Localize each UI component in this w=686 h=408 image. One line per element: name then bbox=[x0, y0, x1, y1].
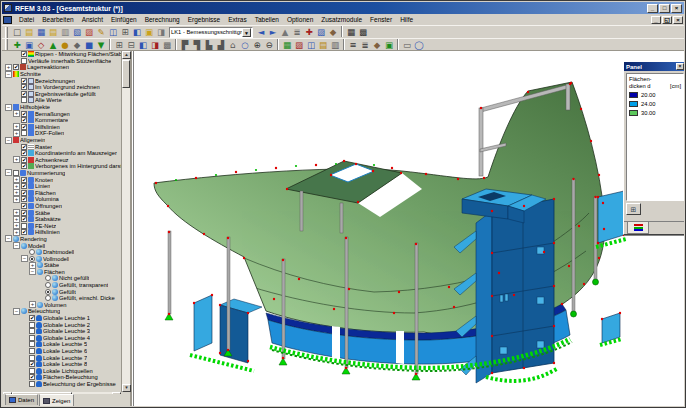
checkbox[interactable] bbox=[21, 97, 27, 103]
toolbar-button[interactable]: ◯ bbox=[413, 39, 425, 51]
tree-item[interactable]: +✔Achsenkreuz bbox=[3, 157, 121, 164]
collapse-icon[interactable]: − bbox=[29, 268, 36, 275]
tree-item[interactable]: ✔Bezeichnungen bbox=[3, 77, 121, 84]
toolbar-button[interactable]: ⊞ bbox=[113, 39, 125, 51]
tree-item[interactable]: ✔Globale Leuchte 1 bbox=[3, 315, 121, 322]
toolbar-button[interactable]: ⊟ bbox=[125, 39, 137, 51]
toolbar-button[interactable]: ▲ bbox=[47, 39, 59, 51]
tree-item[interactable]: Gefüllt bbox=[3, 288, 121, 295]
tree-item[interactable]: ✔Ergebnisverläufe gefüllt bbox=[3, 91, 121, 98]
checkbox[interactable]: ✔ bbox=[13, 64, 19, 70]
toolbar-button[interactable]: ⊖ bbox=[263, 39, 275, 51]
toolbar-button[interactable]: ▥ bbox=[59, 26, 71, 38]
tree-item[interactable]: +✔Volumina bbox=[3, 196, 121, 203]
checkbox[interactable] bbox=[29, 355, 35, 361]
checkbox[interactable] bbox=[29, 381, 35, 387]
checkbox[interactable]: ✔ bbox=[21, 177, 27, 183]
toolbar-button[interactable]: ◄ bbox=[255, 26, 267, 38]
mdi-restore-button[interactable]: ◱ bbox=[662, 16, 672, 24]
checkbox[interactable] bbox=[13, 170, 19, 176]
expand-icon[interactable]: + bbox=[13, 110, 20, 117]
expand-icon[interactable]: + bbox=[13, 229, 20, 236]
tree-vertical-scrollbar[interactable]: ▲ ▼ bbox=[121, 51, 130, 392]
toolbar-button[interactable]: ≣ bbox=[291, 26, 303, 38]
checkbox[interactable]: ✔ bbox=[21, 183, 27, 189]
toolbar-button[interactable]: ▣ bbox=[383, 39, 395, 51]
tree-item[interactable]: ✔Kommentare bbox=[3, 117, 121, 124]
checkbox[interactable]: ✔ bbox=[21, 163, 27, 169]
checkbox[interactable] bbox=[29, 322, 35, 328]
tree-item[interactable]: +DXF-Folien bbox=[3, 130, 121, 137]
toolbar-button[interactable]: □ bbox=[11, 26, 23, 38]
tree-item[interactable]: ✔Rippen - Mitwirkung Flächen/Stab bbox=[3, 51, 121, 58]
toolbar-button[interactable]: ▤ bbox=[23, 26, 35, 38]
checkbox[interactable]: ✔ bbox=[29, 315, 35, 321]
tree-item[interactable]: +✔Stäbe bbox=[3, 209, 121, 216]
checkbox[interactable] bbox=[29, 368, 35, 374]
toolbar-button[interactable]: ▼ bbox=[95, 39, 107, 51]
toolbar-button[interactable]: ● bbox=[59, 39, 71, 51]
toolbar-button[interactable]: ▙ bbox=[203, 39, 215, 51]
panel-tab-colors[interactable] bbox=[627, 222, 649, 234]
tree-item[interactable]: ✔Koordinateninfo am Mauszeiger bbox=[3, 150, 121, 157]
toolbar-button[interactable]: ◫ bbox=[107, 26, 119, 38]
tree-item[interactable]: −Rendering bbox=[3, 236, 121, 243]
toolbar-button[interactable]: ✚ bbox=[303, 26, 315, 38]
tree-item[interactable]: Lokale Leuchte 6 bbox=[3, 348, 121, 355]
toolbar-button[interactable]: ◇ bbox=[35, 39, 47, 51]
scrollbar-thumb[interactable] bbox=[122, 60, 130, 88]
checkbox[interactable]: ✔ bbox=[21, 117, 27, 123]
menu-extras[interactable]: Extras bbox=[224, 16, 250, 23]
tree-item[interactable]: Gefüllt, transparent bbox=[3, 282, 121, 289]
tree-item[interactable]: −Vollmodell bbox=[3, 255, 121, 262]
loadcase-combobox[interactable]: LK1 - Bemessungsschnittgrößen ▼ bbox=[169, 27, 253, 38]
toolbar-button[interactable]: ▣ bbox=[23, 39, 35, 51]
toolbar-button[interactable]: ▨ bbox=[83, 26, 95, 38]
checkbox[interactable]: ✔ bbox=[21, 150, 27, 156]
toolbar-button[interactable]: ◆ bbox=[371, 39, 383, 51]
toolbar-button[interactable]: ≣ bbox=[359, 39, 371, 51]
checkbox[interactable]: ✔ bbox=[21, 84, 27, 90]
collapse-icon[interactable]: − bbox=[13, 308, 20, 315]
tree-item[interactable]: +✔Knoten bbox=[3, 176, 121, 183]
radio-button[interactable] bbox=[45, 289, 51, 295]
tree-item[interactable]: −Flächen bbox=[3, 269, 121, 276]
toolbar-button[interactable]: ◫ bbox=[305, 39, 317, 51]
toolbar-button[interactable]: ▦ bbox=[35, 26, 47, 38]
menu-einfügen[interactable]: Einfügen bbox=[107, 16, 141, 23]
toolbar-button[interactable]: ▟ bbox=[215, 39, 227, 51]
toolbar-button[interactable]: ▣ bbox=[143, 26, 155, 38]
tree-item[interactable]: Alle Werte bbox=[3, 97, 121, 104]
radio-button[interactable] bbox=[29, 249, 35, 255]
panel-options-button[interactable]: ⊞ bbox=[626, 203, 641, 215]
checkbox[interactable] bbox=[29, 335, 35, 341]
toolbar-button[interactable]: ▜ bbox=[191, 39, 203, 51]
checkbox[interactable]: ✔ bbox=[29, 361, 35, 367]
tree-item[interactable]: −Modell bbox=[3, 242, 121, 249]
checkbox[interactable]: ✔ bbox=[21, 124, 27, 130]
checkbox[interactable]: ✔ bbox=[21, 91, 27, 97]
tree-item[interactable]: +✔Flächen bbox=[3, 189, 121, 196]
tree-item[interactable]: +✔Lagerreaktionen bbox=[3, 64, 121, 71]
toolbar-button[interactable]: ▧ bbox=[71, 26, 83, 38]
toolbar-button[interactable]: ◆ bbox=[71, 39, 83, 51]
checkbox[interactable]: ✔ bbox=[21, 111, 27, 117]
tree-item[interactable]: −Nummerierung bbox=[3, 170, 121, 177]
panel-title-bar[interactable]: Panel × bbox=[624, 62, 684, 71]
toolbar-button[interactable]: ◧ bbox=[131, 26, 143, 38]
collapse-icon[interactable]: − bbox=[5, 104, 12, 111]
tree-item[interactable]: Globale Leuchte 3 bbox=[3, 328, 121, 335]
scroll-up-arrow[interactable]: ▲ bbox=[122, 51, 131, 59]
mdi-minimize-button[interactable]: _ bbox=[651, 16, 661, 24]
toolbar-button[interactable]: ✎ bbox=[95, 26, 107, 38]
toolbar-button[interactable]: ▲ bbox=[279, 26, 291, 38]
results-panel-window[interactable]: Panel × Flächen- [cm]dicken d 20.0024.00… bbox=[623, 61, 684, 235]
combobox-dropdown-arrow[interactable]: ▼ bbox=[242, 28, 251, 37]
menu-zusatzmodule[interactable]: Zusatzmodule bbox=[317, 16, 366, 23]
toolbar-button[interactable]: ⊕ bbox=[251, 39, 263, 51]
tree-item[interactable]: +FE-Netz bbox=[3, 222, 121, 229]
tree-item[interactable]: ✔Flächen-Beleuchtung bbox=[3, 374, 121, 381]
tree-item[interactable]: ✔Öffnungen bbox=[3, 203, 121, 210]
radio-button[interactable] bbox=[45, 275, 51, 281]
tree-item[interactable]: Lokale Leuchte 7 bbox=[3, 354, 121, 361]
